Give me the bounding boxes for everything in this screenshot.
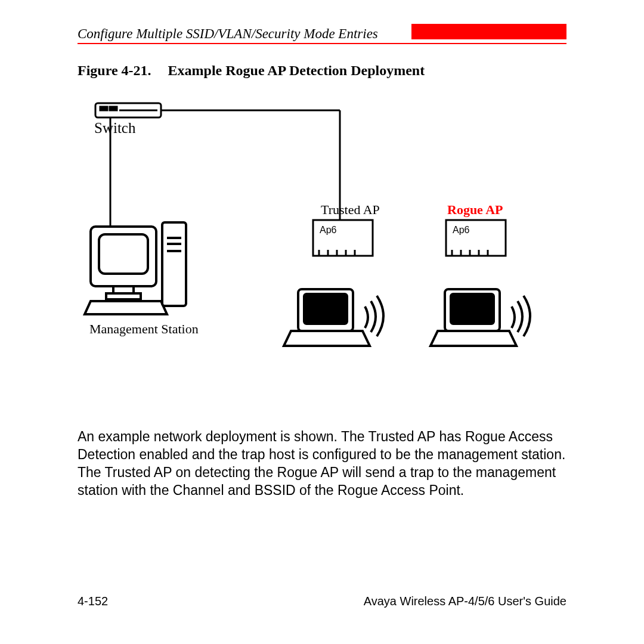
page-number: 4-152 [78,595,108,608]
switch-label: Switch [94,120,135,137]
page: Configure Multiple SSID/VLAN/Security Mo… [0,0,644,644]
figure-title: Example Rogue AP Detection Deployment [168,63,425,78]
management-station-icon [85,222,186,314]
svg-rect-30 [451,294,494,324]
svg-rect-28 [304,294,347,324]
trusted-ap-label: Trusted AP [321,202,380,218]
wires [110,110,340,227]
body-paragraph: An example network deployment is shown. … [78,428,566,500]
page-header: Configure Multiple SSID/VLAN/Security Mo… [78,26,566,44]
trusted-ap-device-text: Ap6 [320,225,336,236]
header-title: Configure Multiple SSID/VLAN/Security Mo… [78,26,378,41]
rogue-ap-device-text: Ap6 [453,225,469,236]
figure-caption: Figure 4-21. Example Rogue AP Detection … [78,63,425,79]
svg-rect-11 [162,222,186,306]
figure-number: Figure 4-21. [78,63,151,79]
laptop-trusted-icon [284,289,383,346]
svg-rect-2 [110,107,117,110]
rogue-ap-label: Rogue AP [447,202,503,218]
diagram: Switch Trusted AP Rogue AP Ap6 Ap6 Manag… [78,92,566,379]
laptop-rogue-icon [431,289,530,346]
svg-rect-8 [99,234,148,274]
management-station-label: Management Station [89,321,199,337]
svg-rect-10 [106,293,141,299]
page-footer: 4-152 Avaya Wireless AP-4/5/6 User's Gui… [78,595,566,608]
switch-icon [95,103,161,117]
guide-title: Avaya Wireless AP-4/5/6 User's Guide [364,595,566,608]
svg-rect-1 [100,107,107,110]
header-rule [78,43,566,44]
